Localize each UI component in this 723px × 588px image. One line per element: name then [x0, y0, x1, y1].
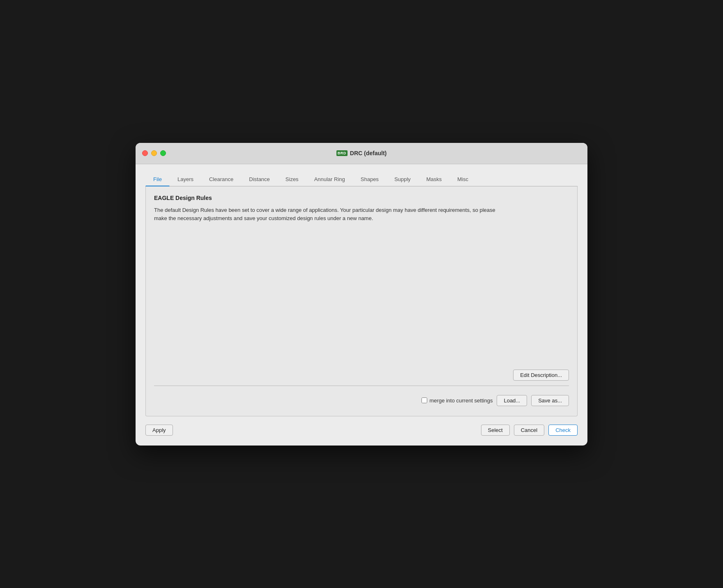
merge-checkbox-row: merge into current settings	[421, 397, 493, 404]
edit-description-button[interactable]: Edit Description...	[513, 370, 569, 381]
file-controls: merge into current settings Load... Save…	[154, 391, 569, 408]
bottom-left: Apply	[145, 425, 173, 436]
tab-file[interactable]: File	[145, 172, 170, 186]
apply-button[interactable]: Apply	[145, 425, 173, 436]
bottom-right: Select Cancel Check	[481, 425, 578, 436]
traffic-lights	[142, 150, 166, 156]
tab-supply[interactable]: Supply	[387, 172, 419, 186]
tab-shapes[interactable]: Shapes	[353, 172, 387, 186]
app-icon: BRD	[336, 150, 348, 156]
bottom-content: Edit Description... merge into current s…	[154, 355, 569, 408]
description-section: EAGLE Design Rules The default Design Ru…	[154, 195, 569, 355]
tab-misc[interactable]: Misc	[449, 172, 476, 186]
window-body: File Layers Clearance Distance Sizes Ann…	[136, 164, 587, 446]
main-window: BRD DRC (default) File Layers Clearance …	[136, 143, 587, 446]
edit-description-row: Edit Description...	[154, 363, 569, 381]
cancel-button[interactable]: Cancel	[514, 425, 544, 436]
titlebar: BRD DRC (default)	[136, 143, 587, 164]
tab-sizes[interactable]: Sizes	[278, 172, 306, 186]
divider	[154, 386, 569, 386]
window-title-area: BRD DRC (default)	[336, 150, 387, 156]
window-title: DRC (default)	[350, 150, 387, 156]
minimize-button[interactable]	[151, 150, 157, 156]
maximize-button[interactable]	[160, 150, 166, 156]
close-button[interactable]	[142, 150, 148, 156]
description-text: The default Design Rules have been set t…	[154, 206, 507, 223]
tab-layers[interactable]: Layers	[170, 172, 201, 186]
save-as-button[interactable]: Save as...	[531, 395, 569, 406]
merge-label: merge into current settings	[430, 397, 493, 404]
load-button[interactable]: Load...	[497, 395, 527, 406]
check-button[interactable]: Check	[548, 425, 578, 436]
bottom-bar: Apply Select Cancel Check	[145, 425, 578, 436]
select-button[interactable]: Select	[481, 425, 510, 436]
description-title: EAGLE Design Rules	[154, 195, 569, 201]
tab-clearance[interactable]: Clearance	[201, 172, 241, 186]
tab-distance[interactable]: Distance	[241, 172, 278, 186]
content-area: EAGLE Design Rules The default Design Ru…	[145, 186, 578, 416]
merge-checkbox[interactable]	[421, 397, 427, 403]
tab-bar: File Layers Clearance Distance Sizes Ann…	[145, 172, 578, 186]
tab-masks[interactable]: Masks	[419, 172, 450, 186]
tab-annular-ring[interactable]: Annular Ring	[306, 172, 353, 186]
